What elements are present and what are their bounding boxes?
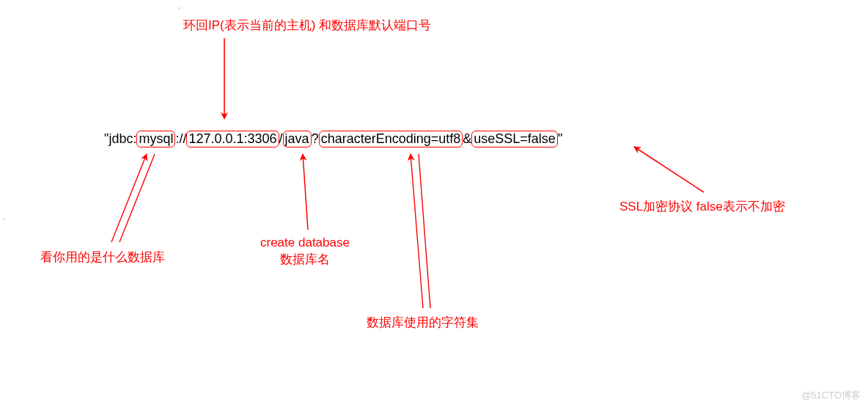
sep-amp: & <box>463 131 471 146</box>
arrow-ssl <box>634 147 704 192</box>
connection-string: "jdbc:mysql://127.0.0.1:3306/java?charac… <box>104 131 562 147</box>
jdbc-prefix: jdbc: <box>108 131 136 146</box>
arrow-dbtype-2 <box>119 154 155 242</box>
label-charset: 数据库使用的字符集 <box>367 315 479 332</box>
sep-scheme: :// <box>175 131 186 146</box>
segment-host-port: 127.0.0.1:3306 <box>186 131 279 147</box>
label-loopback: 环回IP(表示当前的主机) 和数据库默认端口号 <box>183 18 431 34</box>
close-quote: " <box>558 131 562 146</box>
label-dbtype: 看你用的是什么数据库 <box>40 249 165 266</box>
stray-mark-2 <box>3 219 4 220</box>
segment-charset-param: characterEncoding=utf8 <box>319 131 463 147</box>
segment-protocol: mysql <box>136 131 175 147</box>
sep-question: ? <box>312 131 319 146</box>
label-ssl: SSL加密协议 false表示不加密 <box>619 199 785 216</box>
segment-ssl-param: useSSL=false <box>471 131 558 147</box>
segment-dbname: java <box>283 131 312 147</box>
label-dbname-line2: 数据库名 <box>280 252 330 266</box>
watermark: @51CTO博客 <box>801 389 861 402</box>
arrow-charset-2 <box>419 154 430 308</box>
arrow-charset-1 <box>411 154 423 308</box>
stray-mark-1 <box>178 7 180 9</box>
arrow-dbtype-1 <box>111 154 147 242</box>
label-dbname: create database 数据库名 <box>260 235 350 269</box>
label-dbname-line1: create database <box>260 236 350 249</box>
sep-slash: / <box>279 131 283 146</box>
arrow-dbname <box>303 154 308 230</box>
diagram-canvas: 环回IP(表示当前的主机) 和数据库默认端口号 看你用的是什么数据库 creat… <box>0 0 868 405</box>
